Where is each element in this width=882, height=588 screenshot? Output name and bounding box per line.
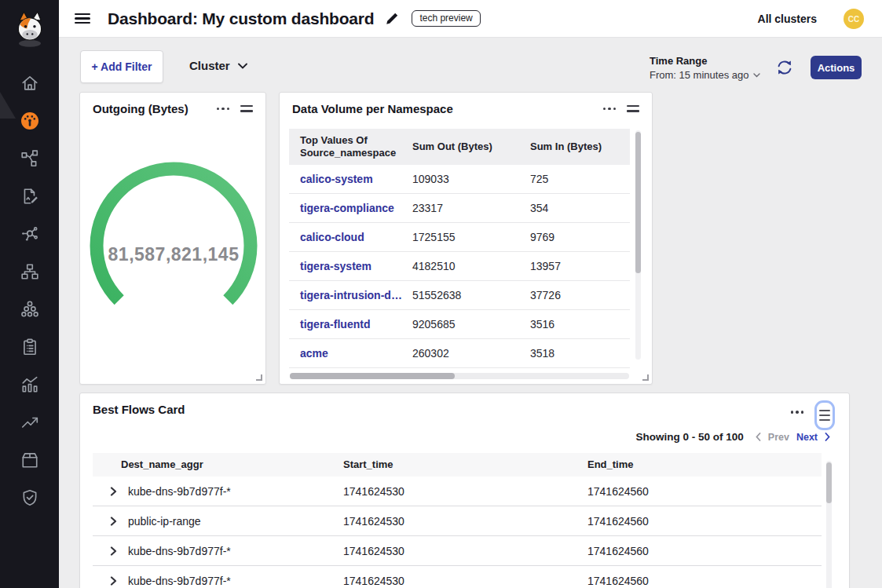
sum-out-value: 23317 [412, 202, 443, 214]
dest-name: kube-dns-9b7d977f-* [128, 545, 231, 557]
prev-page-button[interactable]: Prev [768, 432, 789, 443]
start-time: 1741624530 [343, 515, 404, 528]
chevron-down-icon [753, 73, 760, 78]
namespace-link[interactable]: calico-system [300, 173, 373, 185]
next-page-button[interactable]: Next [796, 432, 818, 443]
sidebar-item-topology[interactable] [0, 143, 59, 174]
card-drag-handle-icon[interactable] [814, 400, 835, 430]
actions-button[interactable]: Actions [811, 56, 862, 79]
end-time: 1741624560 [587, 545, 649, 557]
chevron-left-icon[interactable] [756, 433, 761, 441]
table-row: calico-system 109033 725 [289, 165, 630, 194]
card-menu-icon[interactable] [791, 411, 804, 414]
time-range-control: Time Range From: 15 minutes ago [650, 55, 760, 81]
table-row: tigera-intrusion-d… 51552638 37726 [289, 281, 630, 310]
start-time: 1741624530 [343, 485, 404, 498]
table-row: tigera-fluentd 9205685 3516 [289, 310, 630, 339]
pagination-status: Showing 0 - 50 of 100 [636, 431, 744, 443]
gauge-value: 81,587,821,145 [80, 244, 267, 265]
sum-out-value: 1725155 [412, 231, 456, 243]
edit-dashboard-icon[interactable] [385, 12, 399, 26]
topology-icon [20, 149, 39, 168]
sidebar-item-trends[interactable] [0, 407, 59, 438]
sum-in-value: 3518 [530, 347, 554, 360]
card-title: Best Flows Card [93, 403, 185, 416]
shield-icon [20, 488, 39, 507]
end-time: 1741624560 [587, 485, 649, 498]
table-row: kube-dns-9b7d977f-* 1741624530 174162456… [93, 566, 822, 588]
cluster-filter-dropdown[interactable]: Cluster [189, 59, 247, 72]
card-menu-icon[interactable] [603, 108, 617, 111]
add-filter-button[interactable]: + Add Filter [80, 50, 163, 83]
end-time: 1741624560 [587, 515, 649, 528]
column-header: End_time [587, 458, 634, 470]
sum-out-value: 109033 [412, 173, 449, 185]
namespace-link[interactable]: calico-cloud [300, 231, 364, 243]
menu-toggle-icon[interactable] [75, 13, 90, 24]
sidebar-item-analytics[interactable] [0, 369, 59, 400]
tech-preview-badge: tech preview [412, 10, 480, 27]
best-flows-card: Best Flows Card Showing 0 - 50 of 100 Pr… [79, 393, 850, 588]
namespace-link[interactable]: tigera-fluentd [300, 318, 370, 331]
sum-out-value: 4182510 [412, 260, 456, 272]
sum-in-value: 354 [530, 202, 548, 214]
refresh-icon[interactable] [776, 59, 793, 76]
sidebar-item-security[interactable] [0, 482, 59, 513]
start-time: 1741624530 [343, 545, 404, 557]
sidebar-item-service-graph[interactable] [0, 218, 59, 250]
cluster-icon [20, 300, 39, 319]
sum-in-value: 9769 [530, 231, 554, 243]
table-row: tigera-compliance 23317 354 [289, 194, 630, 223]
sidebar-item-cluster[interactable] [0, 294, 59, 325]
sidebar-item-packages[interactable] [0, 444, 59, 476]
sidebar-item-sitemap[interactable] [0, 256, 59, 287]
sidebar-item-compliance[interactable] [0, 331, 59, 363]
card-resize-handle[interactable] [642, 374, 649, 381]
pagination: Showing 0 - 50 of 100 Prev Next [636, 431, 830, 443]
time-range-value[interactable]: From: 15 minutes ago [650, 69, 760, 81]
cluster-selector[interactable]: All clusters [758, 13, 817, 25]
table-row: kube-dns-9b7d977f-* 1741624530 174162456… [93, 536, 822, 566]
expand-row-icon[interactable] [110, 576, 117, 586]
chevron-down-icon [238, 63, 247, 69]
namespace-link[interactable]: acme [300, 347, 328, 360]
logs-icon [20, 187, 39, 206]
vertical-scrollbar[interactable] [826, 461, 832, 588]
sidebar-item-home[interactable] [0, 68, 59, 99]
table-row: kube-dns-9b7d977f-* 1741624530 174162456… [93, 477, 822, 506]
namespace-link[interactable]: tigera-intrusion-d… [300, 289, 402, 301]
table-row: public-ip-range 1741624530 1741624560 [93, 506, 822, 536]
sitemap-icon [20, 262, 39, 281]
analytics-icon [20, 375, 39, 394]
home-icon [20, 74, 39, 93]
sidebar-item-logs[interactable] [0, 181, 59, 212]
package-icon [20, 451, 39, 469]
namespace-link[interactable]: tigera-compliance [300, 202, 394, 214]
time-range-label: Time Range [650, 55, 760, 67]
user-avatar[interactable]: CC [844, 9, 864, 29]
gauge-arc [80, 93, 267, 328]
column-header: Sum Out (Bytes) [412, 141, 492, 152]
vertical-scrollbar[interactable] [635, 130, 641, 360]
cluster-filter-label: Cluster [189, 59, 230, 72]
card-drag-handle-icon[interactable] [627, 105, 639, 112]
page-title: Dashboard: My custom dashboard [108, 9, 374, 28]
expand-row-icon[interactable] [110, 517, 117, 526]
sum-in-value: 3516 [530, 318, 554, 331]
end-time: 1741624560 [587, 575, 649, 587]
clipboard-icon [20, 338, 39, 356]
sidebar-item-dashboards[interactable] [0, 105, 59, 137]
expand-row-icon[interactable] [110, 546, 117, 556]
chevron-right-icon[interactable] [825, 433, 830, 441]
calico-cat-logo[interactable] [13, 9, 47, 50]
trend-icon [20, 413, 39, 432]
expand-row-icon[interactable] [110, 487, 117, 496]
dest-name: public-ip-range [128, 515, 201, 528]
namespace-link[interactable]: tigera-system [300, 260, 371, 272]
card-resize-handle[interactable] [256, 374, 262, 381]
sum-out-value: 51552638 [412, 289, 461, 301]
start-time: 1741624530 [343, 575, 404, 587]
table-row: tigera-system 4182510 13957 [289, 252, 630, 281]
horizontal-scrollbar[interactable] [290, 373, 629, 379]
outgoing-bytes-card: Outgoing (Bytes) 81,587,821,145 [79, 92, 266, 385]
